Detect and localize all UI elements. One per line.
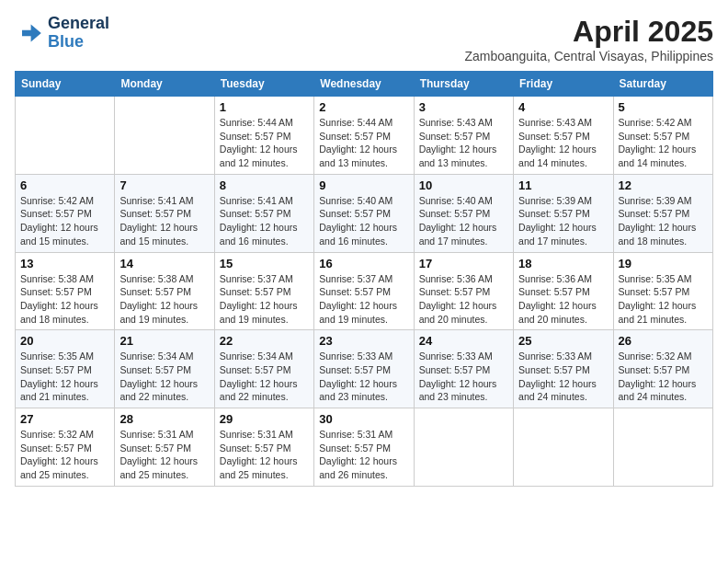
day-info: Sunrise: 5:33 AMSunset: 5:57 PMDaylight:…: [319, 350, 408, 404]
calendar-week-row: 20Sunrise: 5:35 AMSunset: 5:57 PMDayligh…: [16, 330, 713, 408]
day-info: Sunrise: 5:35 AMSunset: 5:57 PMDaylight:…: [20, 350, 109, 404]
logo-general: General: [48, 14, 109, 32]
day-number: 16: [319, 257, 408, 270]
day-info: Sunrise: 5:37 AMSunset: 5:57 PMDaylight:…: [220, 272, 309, 327]
day-info: Sunrise: 5:32 AMSunset: 5:57 PMDaylight:…: [20, 428, 109, 482]
day-number: 17: [419, 257, 508, 270]
day-info: Sunrise: 5:34 AMSunset: 5:57 PMDaylight:…: [220, 350, 309, 404]
calendar-cell: 25Sunrise: 5:33 AMSunset: 5:57 PMDayligh…: [514, 330, 613, 408]
weekday-header: Saturday: [613, 72, 712, 97]
calendar-header-row: SundayMondayTuesdayWednesdayThursdayFrid…: [16, 72, 713, 97]
location: Zamboanguita, Central Visayas, Philippin…: [464, 49, 713, 63]
calendar-cell: 28Sunrise: 5:31 AMSunset: 5:57 PMDayligh…: [115, 408, 214, 487]
calendar-cell: 15Sunrise: 5:37 AMSunset: 5:57 PMDayligh…: [214, 252, 313, 330]
day-info: Sunrise: 5:40 AMSunset: 5:57 PMDaylight:…: [319, 194, 408, 248]
day-number: 21: [119, 334, 209, 348]
day-info: Sunrise: 5:31 AMSunset: 5:57 PMDaylight:…: [220, 428, 309, 482]
day-number: 26: [619, 334, 708, 348]
day-info: Sunrise: 5:41 AMSunset: 5:57 PMDaylight:…: [220, 194, 309, 248]
day-number: 28: [119, 412, 209, 426]
day-number: 15: [220, 257, 309, 270]
calendar-cell: 20Sunrise: 5:35 AMSunset: 5:57 PMDayligh…: [16, 330, 115, 408]
day-number: 11: [518, 178, 608, 192]
day-number: 7: [119, 178, 209, 192]
title-block: April 2025 Zamboanguita, Central Visayas…: [464, 15, 713, 63]
logo-text: General Blue: [48, 15, 109, 52]
day-number: 20: [20, 334, 109, 348]
logo-blue: Blue: [48, 32, 84, 51]
day-info: Sunrise: 5:39 AMSunset: 5:57 PMDaylight:…: [518, 194, 608, 248]
day-info: Sunrise: 5:35 AMSunset: 5:57 PMDaylight:…: [619, 272, 708, 327]
calendar-cell: 13Sunrise: 5:38 AMSunset: 5:57 PMDayligh…: [16, 252, 115, 330]
weekday-header: Wednesday: [314, 72, 414, 97]
weekday-header: Sunday: [16, 72, 115, 97]
calendar-week-row: 27Sunrise: 5:32 AMSunset: 5:57 PMDayligh…: [16, 408, 713, 487]
calendar-cell: 30Sunrise: 5:31 AMSunset: 5:57 PMDayligh…: [314, 408, 414, 487]
weekday-header: Thursday: [414, 72, 513, 97]
day-info: Sunrise: 5:38 AMSunset: 5:57 PMDaylight:…: [119, 272, 209, 327]
day-number: 8: [220, 178, 309, 192]
month-year: April 2025: [464, 15, 713, 49]
calendar-cell: 19Sunrise: 5:35 AMSunset: 5:57 PMDayligh…: [613, 252, 712, 330]
calendar-week-row: 6Sunrise: 5:42 AMSunset: 5:57 PMDaylight…: [16, 174, 713, 252]
calendar-cell: 26Sunrise: 5:32 AMSunset: 5:57 PMDayligh…: [613, 330, 712, 408]
logo: General Blue: [15, 15, 109, 52]
calendar-cell: 9Sunrise: 5:40 AMSunset: 5:57 PMDaylight…: [314, 174, 414, 252]
calendar-cell: [16, 97, 115, 175]
day-number: 25: [518, 334, 608, 348]
day-info: Sunrise: 5:32 AMSunset: 5:57 PMDaylight:…: [619, 350, 708, 404]
calendar-cell: 10Sunrise: 5:40 AMSunset: 5:57 PMDayligh…: [414, 174, 513, 252]
day-number: 12: [619, 178, 708, 192]
calendar-cell: 23Sunrise: 5:33 AMSunset: 5:57 PMDayligh…: [314, 330, 414, 408]
day-number: 13: [20, 257, 109, 270]
day-number: 4: [518, 100, 608, 114]
day-number: 23: [319, 334, 408, 348]
day-number: 10: [419, 178, 508, 192]
calendar-cell: 24Sunrise: 5:33 AMSunset: 5:57 PMDayligh…: [414, 330, 513, 408]
weekday-header: Monday: [115, 72, 214, 97]
day-number: 2: [319, 100, 408, 114]
day-info: Sunrise: 5:36 AMSunset: 5:57 PMDaylight:…: [419, 272, 508, 327]
day-number: 14: [119, 257, 209, 270]
day-info: Sunrise: 5:39 AMSunset: 5:57 PMDaylight:…: [619, 194, 708, 248]
calendar-table: SundayMondayTuesdayWednesdayThursdayFrid…: [15, 71, 713, 487]
weekday-header: Friday: [514, 72, 613, 97]
day-info: Sunrise: 5:42 AMSunset: 5:57 PMDaylight:…: [619, 116, 708, 170]
page-header: General Blue April 2025 Zamboanguita, Ce…: [15, 15, 713, 63]
day-info: Sunrise: 5:41 AMSunset: 5:57 PMDaylight:…: [119, 194, 209, 248]
day-info: Sunrise: 5:36 AMSunset: 5:57 PMDaylight:…: [518, 272, 608, 327]
calendar-cell: 4Sunrise: 5:43 AMSunset: 5:57 PMDaylight…: [514, 97, 613, 175]
day-info: Sunrise: 5:43 AMSunset: 5:57 PMDaylight:…: [518, 116, 608, 170]
day-info: Sunrise: 5:33 AMSunset: 5:57 PMDaylight:…: [419, 350, 508, 404]
day-number: 9: [319, 178, 408, 192]
calendar-cell: 22Sunrise: 5:34 AMSunset: 5:57 PMDayligh…: [214, 330, 313, 408]
day-info: Sunrise: 5:33 AMSunset: 5:57 PMDaylight:…: [518, 350, 608, 404]
weekday-header: Tuesday: [214, 72, 313, 97]
calendar-cell: [613, 408, 712, 487]
calendar-cell: 11Sunrise: 5:39 AMSunset: 5:57 PMDayligh…: [514, 174, 613, 252]
calendar-cell: [414, 408, 513, 487]
calendar-cell: 17Sunrise: 5:36 AMSunset: 5:57 PMDayligh…: [414, 252, 513, 330]
logo-icon: [15, 18, 44, 48]
day-number: 27: [20, 412, 109, 426]
day-number: 1: [220, 100, 309, 114]
calendar-cell: 14Sunrise: 5:38 AMSunset: 5:57 PMDayligh…: [115, 252, 214, 330]
calendar-cell: 8Sunrise: 5:41 AMSunset: 5:57 PMDaylight…: [214, 174, 313, 252]
calendar-cell: 7Sunrise: 5:41 AMSunset: 5:57 PMDaylight…: [115, 174, 214, 252]
calendar-cell: 6Sunrise: 5:42 AMSunset: 5:57 PMDaylight…: [16, 174, 115, 252]
day-info: Sunrise: 5:31 AMSunset: 5:57 PMDaylight:…: [119, 428, 209, 482]
calendar-cell: 16Sunrise: 5:37 AMSunset: 5:57 PMDayligh…: [314, 252, 414, 330]
day-info: Sunrise: 5:44 AMSunset: 5:57 PMDaylight:…: [319, 116, 408, 170]
calendar-week-row: 13Sunrise: 5:38 AMSunset: 5:57 PMDayligh…: [16, 252, 713, 330]
day-info: Sunrise: 5:42 AMSunset: 5:57 PMDaylight:…: [20, 194, 109, 248]
calendar-cell: 18Sunrise: 5:36 AMSunset: 5:57 PMDayligh…: [514, 252, 613, 330]
calendar-cell: 5Sunrise: 5:42 AMSunset: 5:57 PMDaylight…: [613, 97, 712, 175]
day-number: 6: [20, 178, 109, 192]
calendar-cell: 21Sunrise: 5:34 AMSunset: 5:57 PMDayligh…: [115, 330, 214, 408]
calendar-cell: 27Sunrise: 5:32 AMSunset: 5:57 PMDayligh…: [16, 408, 115, 487]
day-info: Sunrise: 5:43 AMSunset: 5:57 PMDaylight:…: [419, 116, 508, 170]
calendar-week-row: 1Sunrise: 5:44 AMSunset: 5:57 PMDaylight…: [16, 97, 713, 175]
calendar-cell: [514, 408, 613, 487]
day-number: 24: [419, 334, 508, 348]
day-number: 30: [319, 412, 408, 426]
